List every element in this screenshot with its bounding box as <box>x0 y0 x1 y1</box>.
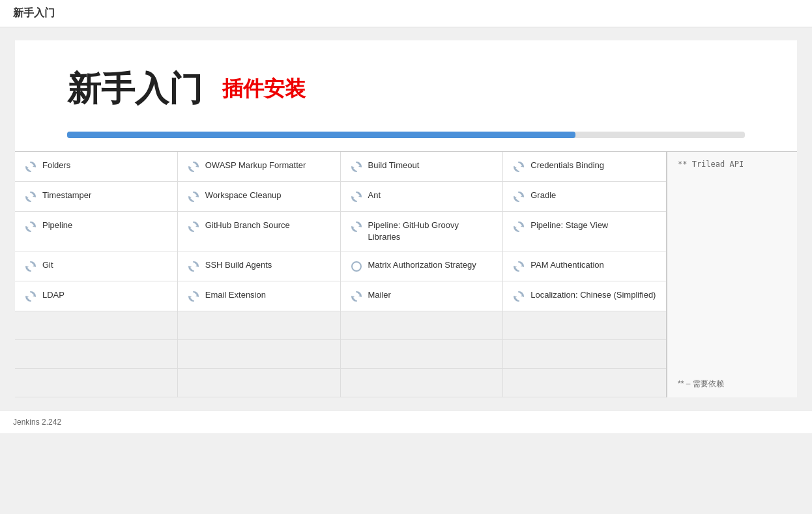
plugin-cell: Pipeline <box>15 212 178 251</box>
plugin-name: Mailer <box>368 289 391 301</box>
plugin-name: Folders <box>42 160 70 171</box>
hero-title: 新手入门 <box>67 66 203 112</box>
version-label: Jenkins 2.242 <box>13 418 61 427</box>
refresh-icon <box>512 260 525 273</box>
plugin-name: Git <box>42 259 53 271</box>
plugin-cell: Matrix Authorization Strategy <box>341 251 504 281</box>
title-bar: 新手入门 <box>0 0 812 27</box>
svg-point-28 <box>352 262 361 271</box>
hero-subtitle: 插件安装 <box>222 75 306 104</box>
plugin-name: Gradle <box>530 190 556 201</box>
refresh-icon <box>24 190 37 203</box>
hero-section: 新手入门 插件安装 <box>15 40 797 132</box>
plugin-cell: Ant <box>341 182 504 212</box>
plugin-name: Credentials Binding <box>530 160 604 171</box>
plugin-cell: Timestamper <box>15 182 178 212</box>
refresh-icon <box>350 290 363 303</box>
refresh-icon <box>187 290 200 303</box>
plugin-cell: Folders <box>15 152 178 182</box>
plugin-cell: GitHub Branch Source <box>178 212 341 251</box>
empty-cell <box>341 311 504 340</box>
refresh-icon <box>187 190 200 203</box>
refresh-icon <box>24 260 37 273</box>
empty-cell <box>15 340 178 369</box>
plugin-cell: Credentials Binding <box>503 152 666 182</box>
plugin-cell: Pipeline: GitHub Groovy Libraries <box>341 212 504 251</box>
refresh-icon <box>187 160 200 173</box>
empty-cell <box>15 369 178 397</box>
plugin-name: PAM Authentication <box>530 259 604 271</box>
refresh-icon <box>24 160 37 173</box>
footer: Jenkins 2.242 <box>0 410 812 433</box>
empty-cell <box>341 369 504 397</box>
progress-bar-inner <box>67 132 575 138</box>
circle-icon <box>350 260 363 273</box>
plugin-name: SSH Build Agents <box>205 259 272 271</box>
refresh-icon <box>24 220 37 233</box>
plugin-name: Pipeline: GitHub Groovy Libraries <box>368 220 494 243</box>
refresh-icon <box>350 220 363 233</box>
progress-container <box>15 132 797 151</box>
plugin-cell: PAM Authentication <box>503 251 666 281</box>
refresh-icon <box>512 290 525 303</box>
side-panel: ** Trilead API ** – 需要依赖 <box>667 152 797 397</box>
empty-cell <box>341 340 504 369</box>
main-content: 新手入门 插件安装 Folders OWASP Markup Formatter <box>15 40 797 397</box>
refresh-icon <box>350 160 363 173</box>
plugin-cell: Mailer <box>341 281 504 311</box>
empty-cell <box>178 340 341 369</box>
empty-cell <box>15 311 178 340</box>
refresh-icon <box>512 190 525 203</box>
empty-cell <box>503 311 666 340</box>
side-panel-bottom-note: ** – 需要依赖 <box>678 378 787 390</box>
plugin-cell: OWASP Markup Formatter <box>178 152 341 182</box>
plugin-name: Localization: Chinese (Simplified) <box>530 289 656 301</box>
refresh-icon <box>512 220 525 233</box>
plugin-name: GitHub Branch Source <box>205 220 290 231</box>
plugin-cell: SSH Build Agents <box>178 251 341 281</box>
empty-cell <box>503 369 666 397</box>
refresh-icon <box>187 220 200 233</box>
side-panel-top-note: ** Trilead API <box>678 160 787 169</box>
plugin-name: Email Extension <box>205 289 266 301</box>
plugin-cell: Localization: Chinese (Simplified) <box>503 281 666 311</box>
empty-cell <box>178 369 341 397</box>
plugin-name: LDAP <box>42 289 65 301</box>
empty-cell <box>503 340 666 369</box>
plugins-section: Folders OWASP Markup Formatter Build Tim… <box>15 151 797 397</box>
plugin-name: Timestamper <box>42 190 91 201</box>
plugin-cell: Git <box>15 251 178 281</box>
empty-cell <box>178 311 341 340</box>
refresh-icon <box>350 190 363 203</box>
plugin-cell: Workspace Cleanup <box>178 182 341 212</box>
title-bar-label: 新手入门 <box>13 7 55 18</box>
plugin-name: Workspace Cleanup <box>205 190 282 201</box>
refresh-icon <box>24 290 37 303</box>
plugin-cell: Email Extension <box>178 281 341 311</box>
plugin-name: Pipeline: Stage View <box>530 220 608 231</box>
plugin-name: Matrix Authorization Strategy <box>368 259 476 271</box>
plugin-name: Build Timeout <box>368 160 420 171</box>
progress-bar-outer <box>67 132 745 138</box>
plugin-name: OWASP Markup Formatter <box>205 160 306 171</box>
refresh-icon <box>187 260 200 273</box>
plugin-name: Ant <box>368 190 381 201</box>
plugin-name: Pipeline <box>42 220 72 231</box>
plugins-grid: Folders OWASP Markup Formatter Build Tim… <box>15 152 667 397</box>
plugin-cell: Build Timeout <box>341 152 504 182</box>
plugin-cell: Gradle <box>503 182 666 212</box>
plugin-cell: Pipeline: Stage View <box>503 212 666 251</box>
refresh-icon <box>512 160 525 173</box>
plugin-cell: LDAP <box>15 281 178 311</box>
